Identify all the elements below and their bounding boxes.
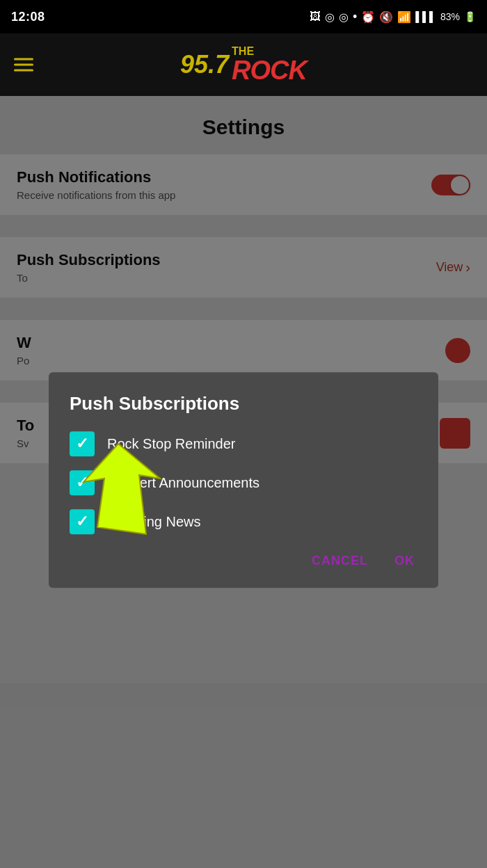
circle-icon-1: ◎ xyxy=(325,10,335,24)
push-subscriptions-dialog: Push Subscriptions ✓ Rock Stop Reminder … xyxy=(49,372,438,588)
hamburger-line-2 xyxy=(14,64,33,66)
status-time: 12:08 xyxy=(11,10,45,24)
cancel-button[interactable]: CANCEL xyxy=(309,548,371,574)
logo-rock: ROCK xyxy=(232,57,307,83)
checkbox-item-breaking: ✓ Breaking News xyxy=(70,509,417,534)
status-dot: • xyxy=(353,10,357,24)
check-icon-breaking: ✓ xyxy=(76,513,88,531)
checkbox-item-concert: ✓ Concert Announcements xyxy=(70,470,417,495)
checkbox-concert[interactable]: ✓ xyxy=(70,470,95,495)
hamburger-line-3 xyxy=(14,70,33,72)
status-icons: 🖼 ◎ ◎ • ⏰ 🔇 📶 ▌▌▌ 83% 🔋 xyxy=(310,10,476,24)
check-icon-rock-stop: ✓ xyxy=(76,435,88,453)
wifi-icon: 📶 xyxy=(397,10,411,24)
battery-percent: 83% xyxy=(440,11,460,22)
check-icon-concert: ✓ xyxy=(76,474,88,492)
signal-icon: ▌▌▌ xyxy=(415,11,436,22)
checkbox-rock-stop[interactable]: ✓ xyxy=(70,431,95,456)
dialog-actions: CANCEL OK xyxy=(70,548,417,574)
checkbox-label-breaking: Breaking News xyxy=(107,514,201,530)
checkbox-label-rock-stop: Rock Stop Reminder xyxy=(107,436,236,452)
circle-icon-2: ◎ xyxy=(339,10,349,24)
main-content: Settings Push Notifications Receive noti… xyxy=(0,96,487,868)
logo-text-group: THE ROCK xyxy=(232,46,307,83)
mute-icon: 🔇 xyxy=(379,10,393,24)
alarm-icon: ⏰ xyxy=(361,10,375,24)
gallery-icon: 🖼 xyxy=(310,10,321,23)
ok-button[interactable]: OK xyxy=(392,548,417,574)
dialog-title: Push Subscriptions xyxy=(70,393,417,415)
app-header: 95.7 THE ROCK xyxy=(0,33,487,96)
logo-number: 95.7 xyxy=(180,52,229,77)
checkbox-item-rock-stop: ✓ Rock Stop Reminder xyxy=(70,431,417,456)
status-bar: 12:08 🖼 ◎ ◎ • ⏰ 🔇 📶 ▌▌▌ 83% 🔋 xyxy=(0,0,487,33)
hamburger-menu[interactable] xyxy=(14,58,33,72)
hamburger-line-1 xyxy=(14,58,33,61)
checkbox-label-concert: Concert Announcements xyxy=(107,475,260,491)
app-logo: 95.7 THE ROCK xyxy=(180,46,307,83)
checkbox-breaking[interactable]: ✓ xyxy=(70,509,95,534)
battery-icon: 🔋 xyxy=(464,11,476,22)
